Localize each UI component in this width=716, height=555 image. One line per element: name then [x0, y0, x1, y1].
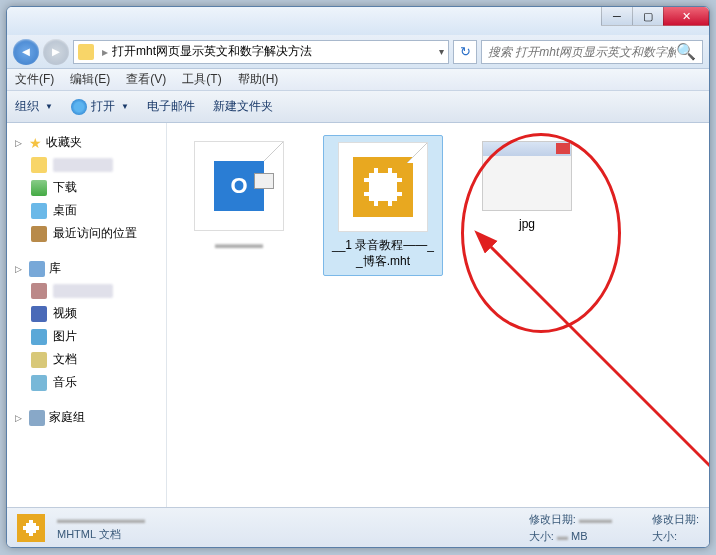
- window-controls: ─ ▢ ✕: [602, 6, 709, 26]
- svg-line-0: [487, 243, 710, 473]
- menu-file[interactable]: 文件(F): [15, 71, 54, 88]
- ie-icon: [71, 99, 87, 115]
- status-moddate-label2: 修改日期:: [652, 513, 699, 525]
- sidebar-item-documents[interactable]: 文档: [11, 348, 162, 371]
- mht-icon: [353, 157, 413, 217]
- navigation-pane: ▷ ★ 收藏夹 下载 桌面 最近访问的位置 ▷ 库 视频 图片 文档: [7, 123, 167, 523]
- sidebar-item-pictures[interactable]: 图片: [11, 325, 162, 348]
- menu-bar: 文件(F) 编辑(E) 查看(V) 工具(T) 帮助(H): [7, 69, 709, 91]
- file-item-outlook[interactable]: O ▬▬▬▬: [179, 135, 299, 259]
- search-icon: 🔍: [676, 42, 696, 61]
- body: ▷ ★ 收藏夹 下载 桌面 最近访问的位置 ▷ 库 视频 图片 文档: [7, 123, 709, 523]
- folder-icon: [78, 44, 94, 60]
- file-thumbnail: O: [194, 141, 284, 231]
- open-button[interactable]: 打开▼: [71, 98, 129, 115]
- menu-tools[interactable]: 工具(T): [182, 71, 221, 88]
- menu-help[interactable]: 帮助(H): [238, 71, 279, 88]
- forward-button[interactable]: ►: [43, 39, 69, 65]
- libraries-header[interactable]: ▷ 库: [11, 257, 162, 280]
- title-bar: ─ ▢ ✕: [7, 7, 709, 35]
- status-size-label2: 大小:: [652, 530, 677, 542]
- status-filetype: MHTML 文档: [57, 527, 145, 542]
- minimize-button[interactable]: ─: [601, 6, 633, 26]
- file-label: __1 录音教程——__博客.mht: [330, 238, 436, 269]
- file-thumbnail: [482, 141, 572, 211]
- sidebar-item-music[interactable]: 音乐: [11, 371, 162, 394]
- breadcrumb[interactable]: ▸ 打开mht网页显示英文和数字解决方法 ▾: [73, 40, 449, 64]
- caret-icon: ▷: [15, 138, 25, 148]
- star-icon: ★: [29, 135, 42, 151]
- details-pane: ▬▬▬▬▬▬▬▬ MHTML 文档 修改日期: ▬▬▬ 大小: ▬ MB 修改日…: [7, 507, 709, 547]
- breadcrumb-folder[interactable]: 打开mht网页显示英文和数字解决方法: [112, 43, 312, 60]
- caret-icon: ▷: [15, 264, 25, 274]
- toolbar: 组织▼ 打开▼ 电子邮件 新建文件夹: [7, 91, 709, 123]
- chevron-right-icon: ▸: [102, 45, 108, 59]
- homegroup-icon: [29, 410, 45, 426]
- close-button[interactable]: ✕: [663, 6, 709, 26]
- chevron-down-icon: ▼: [45, 102, 53, 111]
- sidebar-item-desktop[interactable]: 桌面: [11, 199, 162, 222]
- homegroup-header[interactable]: ▷ 家庭组: [11, 406, 162, 429]
- organize-button[interactable]: 组织▼: [15, 98, 53, 115]
- sidebar-item-videos[interactable]: 视频: [11, 302, 162, 325]
- search-box[interactable]: 🔍: [481, 40, 703, 64]
- email-button[interactable]: 电子邮件: [147, 98, 195, 115]
- chevron-down-icon: ▼: [121, 102, 129, 111]
- download-icon: [31, 180, 47, 196]
- recent-icon: [31, 226, 47, 242]
- file-item-jpg[interactable]: jpg: [467, 135, 587, 239]
- document-icon: [31, 352, 47, 368]
- maximize-button[interactable]: ▢: [632, 6, 664, 26]
- file-item-mht[interactable]: __1 录音教程——__博客.mht: [323, 135, 443, 276]
- menu-edit[interactable]: 编辑(E): [70, 71, 110, 88]
- file-label: ▬▬▬▬: [215, 237, 263, 253]
- caret-icon: ▷: [15, 413, 25, 423]
- library-icon: [29, 261, 45, 277]
- status-size-label: 大小:: [529, 530, 554, 542]
- picture-icon: [31, 329, 47, 345]
- file-thumbnail: [338, 142, 428, 232]
- back-button[interactable]: ◄: [13, 39, 39, 65]
- navigation-bar: ◄ ► ▸ 打开mht网页显示英文和数字解决方法 ▾ ↻ 🔍: [7, 35, 709, 69]
- sidebar-item-downloads[interactable]: 下载: [11, 176, 162, 199]
- sidebar-item-blur[interactable]: [11, 280, 162, 302]
- mht-icon: [17, 514, 45, 542]
- status-filename: ▬▬▬▬▬▬▬▬: [57, 513, 145, 525]
- refresh-button[interactable]: ↻: [453, 40, 477, 64]
- sidebar-item-recent[interactable]: 最近访问的位置: [11, 222, 162, 245]
- search-input[interactable]: [488, 45, 676, 59]
- video-icon: [31, 306, 47, 322]
- menu-view[interactable]: 查看(V): [126, 71, 166, 88]
- explorer-window: ─ ▢ ✕ ◄ ► ▸ 打开mht网页显示英文和数字解决方法 ▾ ↻ 🔍 文件(…: [6, 6, 710, 548]
- sidebar-item-blur[interactable]: [11, 154, 162, 176]
- outlook-icon: O: [214, 161, 264, 211]
- file-label: jpg: [519, 217, 535, 233]
- new-folder-button[interactable]: 新建文件夹: [213, 98, 273, 115]
- favorites-header[interactable]: ▷ ★ 收藏夹: [11, 131, 162, 154]
- music-icon: [31, 375, 47, 391]
- chevron-down-icon[interactable]: ▾: [439, 46, 444, 57]
- desktop-icon: [31, 203, 47, 219]
- status-moddate-label: 修改日期:: [529, 513, 576, 525]
- file-list[interactable]: O ▬▬▬▬ __1 录音教程——__博客.mht jpg: [167, 123, 709, 523]
